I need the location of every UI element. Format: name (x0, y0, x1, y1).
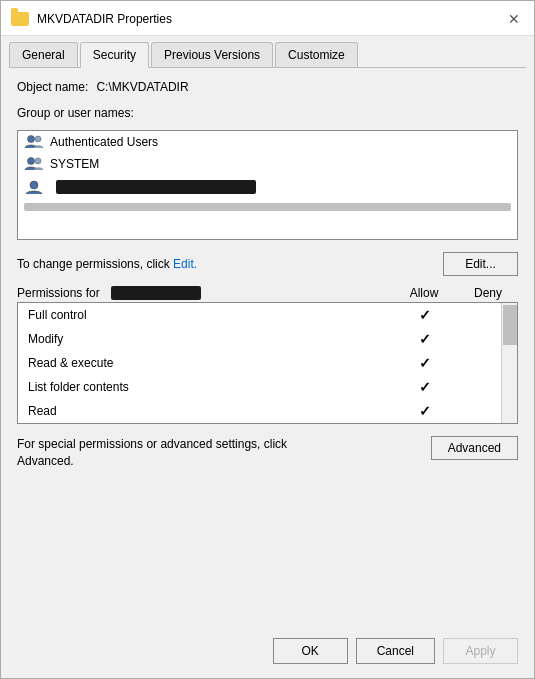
group-section-label: Group or user names: (17, 106, 518, 120)
perms-for-label: Permissions for (17, 286, 390, 300)
perm-allow-modify: ✓ (387, 327, 463, 351)
perm-name-modify: Modify (18, 327, 387, 351)
perm-deny-full-control (463, 303, 501, 327)
perm-allow-full-control: ✓ (387, 303, 463, 327)
scrollbar-track (502, 303, 517, 423)
edit-link[interactable]: Edit. (173, 257, 197, 271)
scrollbar-bar (24, 203, 511, 211)
perm-deny-list-folder (463, 375, 501, 399)
perms-table-container: Full control ✓ Modify ✓ Read & e (17, 302, 518, 424)
user-item-redacted[interactable] (18, 175, 517, 199)
perms-user-blurred (111, 286, 201, 300)
perm-name-read: Read (18, 399, 387, 423)
table-row: Full control ✓ (18, 303, 517, 327)
table-row: List folder contents ✓ (18, 375, 517, 399)
title-bar-left: MKVDATADIR Properties (11, 12, 172, 26)
svg-point-4 (30, 181, 38, 189)
properties-window: MKVDATADIR Properties ✕ General Security… (0, 0, 535, 679)
perms-table: Full control ✓ Modify ✓ Read & e (18, 303, 517, 423)
svg-point-2 (28, 158, 35, 165)
perm-deny-read (463, 399, 501, 423)
title-bar: MKVDATADIR Properties ✕ (1, 1, 534, 36)
svg-point-1 (35, 136, 41, 142)
object-name-row: Object name: C:\MKVDATADIR (17, 80, 518, 94)
tab-previous-versions[interactable]: Previous Versions (151, 42, 273, 67)
perms-scrollbar[interactable] (501, 303, 517, 423)
user-icon-redacted (24, 179, 44, 195)
user-item-system[interactable]: SYSTEM (18, 153, 517, 175)
user-list[interactable]: Authenticated Users SYSTEM (18, 131, 517, 239)
window-title: MKVDATADIR Properties (37, 12, 172, 26)
perm-allow-list-folder: ✓ (387, 375, 463, 399)
change-perms-row: To change permissions, click Edit. Edit.… (17, 252, 518, 276)
permissions-section: Permissions for Allow Deny Full control … (17, 284, 518, 424)
object-name-label: Object name: (17, 80, 88, 94)
advanced-button[interactable]: Advanced (431, 436, 518, 460)
redacted-name-bar (56, 180, 256, 194)
svg-point-0 (28, 136, 35, 143)
ok-button[interactable]: OK (273, 638, 348, 664)
table-row: Read ✓ (18, 399, 517, 423)
tab-security[interactable]: Security (80, 42, 149, 68)
apply-button[interactable]: Apply (443, 638, 518, 664)
folder-icon (11, 12, 29, 26)
user-group-icon-2 (24, 156, 44, 172)
tab-customize[interactable]: Customize (275, 42, 358, 67)
perm-deny-modify (463, 327, 501, 351)
tab-bar: General Security Previous Versions Custo… (1, 36, 534, 67)
object-name-value: C:\MKVDATADIR (96, 80, 188, 94)
user-name-authenticated: Authenticated Users (50, 135, 158, 149)
user-group-icon-1 (24, 134, 44, 150)
change-perms-text: To change permissions, click Edit. (17, 257, 197, 271)
svg-point-3 (35, 158, 41, 164)
perm-allow-read-execute: ✓ (387, 351, 463, 375)
perm-deny-read-execute (463, 351, 501, 375)
perm-allow-read: ✓ (387, 399, 463, 423)
user-name-system: SYSTEM (50, 157, 99, 171)
table-row: Read & execute ✓ (18, 351, 517, 375)
user-item-authenticated[interactable]: Authenticated Users (18, 131, 517, 153)
tab-general[interactable]: General (9, 42, 78, 67)
close-button[interactable]: ✕ (504, 9, 524, 29)
table-row: Modify ✓ (18, 327, 517, 351)
perms-header-row: Permissions for Allow Deny (17, 284, 518, 302)
edit-button[interactable]: Edit... (443, 252, 518, 276)
main-content: Object name: C:\MKVDATADIR Group or user… (1, 68, 534, 628)
advanced-section: For special permissions or advanced sett… (17, 436, 518, 470)
allow-column-header: Allow (394, 286, 454, 300)
user-list-container[interactable]: Authenticated Users SYSTEM (17, 130, 518, 240)
cancel-button[interactable]: Cancel (356, 638, 435, 664)
perm-name-full-control: Full control (18, 303, 387, 327)
perm-name-list-folder: List folder contents (18, 375, 387, 399)
deny-column-header: Deny (458, 286, 518, 300)
bottom-buttons: OK Cancel Apply (1, 628, 534, 678)
scrollbar-thumb[interactable] (503, 305, 517, 345)
advanced-text: For special permissions or advanced sett… (17, 436, 317, 470)
perm-name-read-execute: Read & execute (18, 351, 387, 375)
